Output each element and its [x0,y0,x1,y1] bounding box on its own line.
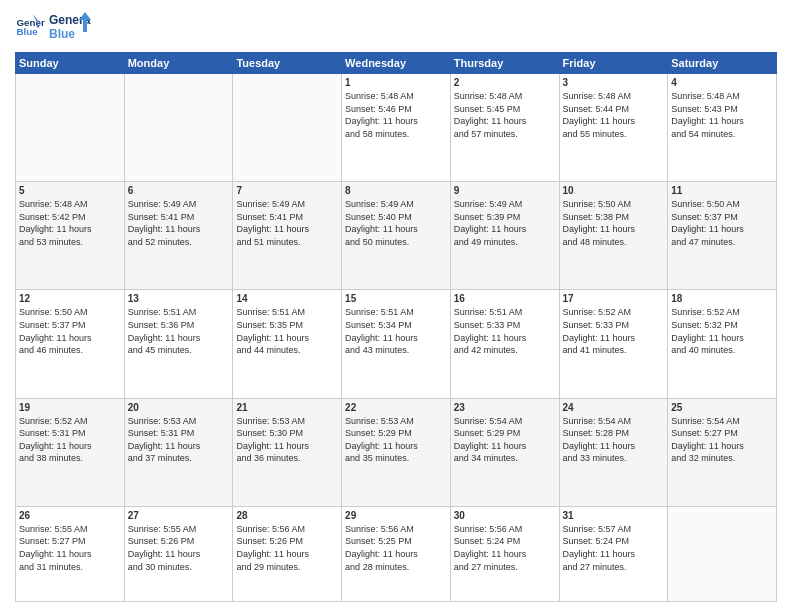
day-number: 6 [128,185,230,196]
weekday-header-wednesday: Wednesday [342,53,451,74]
day-number: 3 [563,77,665,88]
day-info: Sunrise: 5:49 AM Sunset: 5:41 PM Dayligh… [128,198,230,248]
day-info: Sunrise: 5:49 AM Sunset: 5:41 PM Dayligh… [236,198,338,248]
day-info: Sunrise: 5:48 AM Sunset: 5:43 PM Dayligh… [671,90,773,140]
day-cell: 1Sunrise: 5:48 AM Sunset: 5:46 PM Daylig… [342,74,451,182]
logo: General Blue General Blue [15,10,91,44]
day-cell: 23Sunrise: 5:54 AM Sunset: 5:29 PM Dayli… [450,398,559,506]
day-cell: 24Sunrise: 5:54 AM Sunset: 5:28 PM Dayli… [559,398,668,506]
day-info: Sunrise: 5:51 AM Sunset: 5:34 PM Dayligh… [345,306,447,356]
day-cell: 19Sunrise: 5:52 AM Sunset: 5:31 PM Dayli… [16,398,125,506]
day-info: Sunrise: 5:53 AM Sunset: 5:31 PM Dayligh… [128,415,230,465]
day-info: Sunrise: 5:48 AM Sunset: 5:46 PM Dayligh… [345,90,447,140]
day-info: Sunrise: 5:52 AM Sunset: 5:33 PM Dayligh… [563,306,665,356]
day-number: 15 [345,293,447,304]
day-number: 8 [345,185,447,196]
day-info: Sunrise: 5:50 AM Sunset: 5:37 PM Dayligh… [671,198,773,248]
svg-text:Blue: Blue [49,27,75,41]
day-number: 11 [671,185,773,196]
day-number: 2 [454,77,556,88]
day-info: Sunrise: 5:53 AM Sunset: 5:30 PM Dayligh… [236,415,338,465]
day-info: Sunrise: 5:56 AM Sunset: 5:26 PM Dayligh… [236,523,338,573]
day-cell: 6Sunrise: 5:49 AM Sunset: 5:41 PM Daylig… [124,182,233,290]
day-number: 5 [19,185,121,196]
day-cell: 16Sunrise: 5:51 AM Sunset: 5:33 PM Dayli… [450,290,559,398]
calendar-table: SundayMondayTuesdayWednesdayThursdayFrid… [15,52,777,602]
day-number: 20 [128,402,230,413]
weekday-header-thursday: Thursday [450,53,559,74]
day-number: 17 [563,293,665,304]
day-number: 18 [671,293,773,304]
day-cell: 5Sunrise: 5:48 AM Sunset: 5:42 PM Daylig… [16,182,125,290]
day-number: 1 [345,77,447,88]
day-cell: 20Sunrise: 5:53 AM Sunset: 5:31 PM Dayli… [124,398,233,506]
day-number: 29 [345,510,447,521]
day-cell: 31Sunrise: 5:57 AM Sunset: 5:24 PM Dayli… [559,506,668,601]
day-cell: 7Sunrise: 5:49 AM Sunset: 5:41 PM Daylig… [233,182,342,290]
day-number: 4 [671,77,773,88]
header: General Blue General Blue [15,10,777,44]
day-info: Sunrise: 5:52 AM Sunset: 5:31 PM Dayligh… [19,415,121,465]
week-row-1: 1Sunrise: 5:48 AM Sunset: 5:46 PM Daylig… [16,74,777,182]
weekday-header-tuesday: Tuesday [233,53,342,74]
day-number: 19 [19,402,121,413]
weekday-header-row: SundayMondayTuesdayWednesdayThursdayFrid… [16,53,777,74]
weekday-header-friday: Friday [559,53,668,74]
day-cell: 10Sunrise: 5:50 AM Sunset: 5:38 PM Dayli… [559,182,668,290]
day-number: 9 [454,185,556,196]
day-cell: 11Sunrise: 5:50 AM Sunset: 5:37 PM Dayli… [668,182,777,290]
day-number: 12 [19,293,121,304]
day-info: Sunrise: 5:50 AM Sunset: 5:38 PM Dayligh… [563,198,665,248]
day-cell: 3Sunrise: 5:48 AM Sunset: 5:44 PM Daylig… [559,74,668,182]
week-row-3: 12Sunrise: 5:50 AM Sunset: 5:37 PM Dayli… [16,290,777,398]
day-number: 27 [128,510,230,521]
day-info: Sunrise: 5:52 AM Sunset: 5:32 PM Dayligh… [671,306,773,356]
day-cell [668,506,777,601]
page: General Blue General Blue Sunda [0,0,792,612]
day-cell: 4Sunrise: 5:48 AM Sunset: 5:43 PM Daylig… [668,74,777,182]
logo-icon: General Blue [15,12,45,42]
weekday-header-saturday: Saturday [668,53,777,74]
day-number: 28 [236,510,338,521]
weekday-header-monday: Monday [124,53,233,74]
day-info: Sunrise: 5:48 AM Sunset: 5:45 PM Dayligh… [454,90,556,140]
day-info: Sunrise: 5:56 AM Sunset: 5:24 PM Dayligh… [454,523,556,573]
day-info: Sunrise: 5:51 AM Sunset: 5:35 PM Dayligh… [236,306,338,356]
day-cell: 29Sunrise: 5:56 AM Sunset: 5:25 PM Dayli… [342,506,451,601]
day-info: Sunrise: 5:54 AM Sunset: 5:28 PM Dayligh… [563,415,665,465]
day-number: 21 [236,402,338,413]
day-number: 16 [454,293,556,304]
day-number: 10 [563,185,665,196]
day-cell [16,74,125,182]
day-info: Sunrise: 5:54 AM Sunset: 5:27 PM Dayligh… [671,415,773,465]
day-info: Sunrise: 5:51 AM Sunset: 5:36 PM Dayligh… [128,306,230,356]
day-cell: 14Sunrise: 5:51 AM Sunset: 5:35 PM Dayli… [233,290,342,398]
day-info: Sunrise: 5:55 AM Sunset: 5:27 PM Dayligh… [19,523,121,573]
day-number: 31 [563,510,665,521]
day-number: 7 [236,185,338,196]
day-number: 13 [128,293,230,304]
day-info: Sunrise: 5:49 AM Sunset: 5:39 PM Dayligh… [454,198,556,248]
day-info: Sunrise: 5:56 AM Sunset: 5:25 PM Dayligh… [345,523,447,573]
day-info: Sunrise: 5:50 AM Sunset: 5:37 PM Dayligh… [19,306,121,356]
day-number: 30 [454,510,556,521]
day-info: Sunrise: 5:54 AM Sunset: 5:29 PM Dayligh… [454,415,556,465]
day-info: Sunrise: 5:49 AM Sunset: 5:40 PM Dayligh… [345,198,447,248]
day-number: 14 [236,293,338,304]
day-cell: 2Sunrise: 5:48 AM Sunset: 5:45 PM Daylig… [450,74,559,182]
day-info: Sunrise: 5:48 AM Sunset: 5:42 PM Dayligh… [19,198,121,248]
day-cell: 15Sunrise: 5:51 AM Sunset: 5:34 PM Dayli… [342,290,451,398]
day-info: Sunrise: 5:51 AM Sunset: 5:33 PM Dayligh… [454,306,556,356]
day-number: 25 [671,402,773,413]
day-info: Sunrise: 5:55 AM Sunset: 5:26 PM Dayligh… [128,523,230,573]
logo-graphic: General Blue [49,10,91,44]
day-cell [233,74,342,182]
svg-text:Blue: Blue [17,26,39,37]
day-number: 26 [19,510,121,521]
day-cell: 26Sunrise: 5:55 AM Sunset: 5:27 PM Dayli… [16,506,125,601]
week-row-2: 5Sunrise: 5:48 AM Sunset: 5:42 PM Daylig… [16,182,777,290]
day-cell: 28Sunrise: 5:56 AM Sunset: 5:26 PM Dayli… [233,506,342,601]
week-row-5: 26Sunrise: 5:55 AM Sunset: 5:27 PM Dayli… [16,506,777,601]
day-info: Sunrise: 5:48 AM Sunset: 5:44 PM Dayligh… [563,90,665,140]
weekday-header-sunday: Sunday [16,53,125,74]
